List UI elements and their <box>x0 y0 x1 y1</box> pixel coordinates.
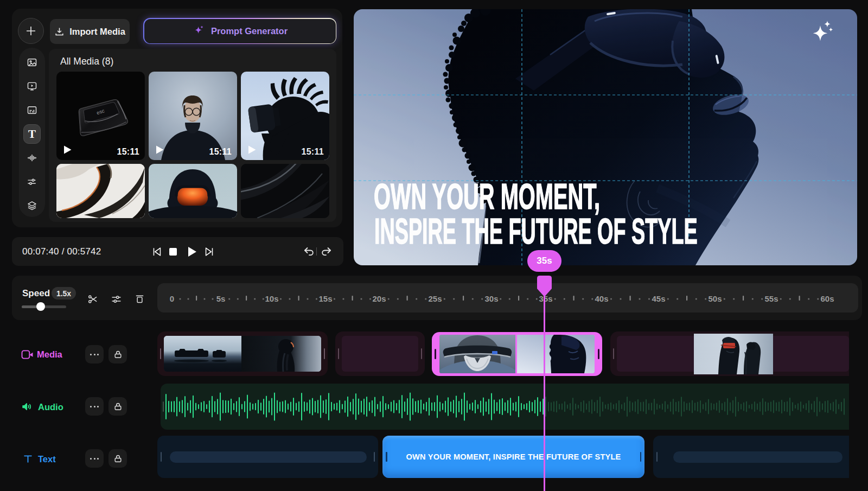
svg-text:5s: 5s <box>216 294 226 303</box>
svg-text:45s: 45s <box>652 294 665 303</box>
svg-text:10s: 10s <box>265 294 278 303</box>
svg-text:60s: 60s <box>820 294 834 303</box>
svg-text:40s: 40s <box>595 294 608 303</box>
svg-text:20s: 20s <box>372 294 386 303</box>
svg-text:55s: 55s <box>764 294 778 303</box>
svg-text:25s: 25s <box>428 294 442 303</box>
svg-text:15s: 15s <box>318 294 332 303</box>
svg-text:30s: 30s <box>484 294 498 303</box>
svg-text:0: 0 <box>170 294 174 303</box>
svg-text:50s: 50s <box>708 294 722 303</box>
